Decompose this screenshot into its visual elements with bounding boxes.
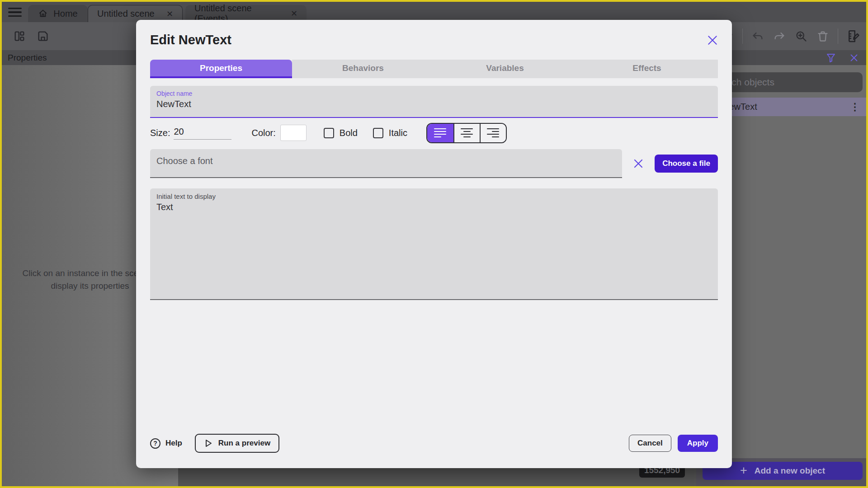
help-button[interactable]: ? Help <box>150 438 182 449</box>
align-left-button[interactable] <box>427 124 453 142</box>
tab-home[interactable]: Home <box>28 5 88 22</box>
help-label: Help <box>165 439 182 448</box>
object-name-input[interactable] <box>156 99 712 109</box>
cancel-button[interactable]: Cancel <box>629 435 671 452</box>
close-tab-icon[interactable]: ✕ <box>291 9 297 19</box>
bold-checkbox[interactable] <box>324 128 334 138</box>
tab-variables[interactable]: Variables <box>434 60 576 78</box>
properties-panel-title: Properties <box>8 53 47 63</box>
apply-button[interactable]: Apply <box>678 435 718 452</box>
tab-untitled-scene-label: Untitled scene <box>97 9 155 19</box>
help-icon: ? <box>150 438 160 449</box>
zoom-in-icon[interactable] <box>794 29 808 43</box>
toolbar-left-group <box>13 29 50 43</box>
home-icon <box>38 9 48 19</box>
clear-font-icon[interactable] <box>633 158 644 169</box>
toolbar-divider <box>838 28 838 44</box>
tab-home-label: Home <box>53 9 77 19</box>
italic-label: Italic <box>389 128 407 138</box>
close-tab-icon[interactable]: ✕ <box>166 9 173 19</box>
font-input[interactable] <box>156 156 616 166</box>
tab-effects[interactable]: Effects <box>576 60 718 78</box>
dialog-tabs: Properties Behaviors Variables Effects <box>150 60 718 78</box>
size-label: Size: <box>150 128 170 138</box>
plus-icon: + <box>740 464 747 478</box>
bold-label: Bold <box>340 128 358 138</box>
size-field <box>174 127 231 140</box>
italic-checkbox[interactable] <box>373 128 383 138</box>
open-panels-icon[interactable] <box>13 29 26 43</box>
run-preview-button[interactable]: Run a preview <box>195 434 279 453</box>
align-right-button[interactable] <box>480 124 506 142</box>
trash-icon[interactable] <box>816 29 830 43</box>
undo-icon[interactable] <box>751 29 764 43</box>
font-field[interactable] <box>150 149 622 178</box>
text-color-swatch[interactable] <box>280 125 307 141</box>
edit-object-dialog: Edit NewText Properties Behaviors Variab… <box>136 20 732 468</box>
close-panel-icon[interactable] <box>849 53 859 63</box>
size-input[interactable] <box>174 127 231 140</box>
initial-text-input[interactable]: Text <box>156 202 712 285</box>
font-row: Choose a file <box>150 149 718 178</box>
run-preview-label: Run a preview <box>218 439 270 448</box>
window-tab-bar: Home Untitled scene ✕ Untitled scene (Ev… <box>2 2 866 22</box>
app-window: Home Untitled scene ✕ Untitled scene (Ev… <box>0 0 868 488</box>
tab-properties[interactable]: Properties <box>150 60 292 78</box>
save-icon[interactable] <box>36 29 50 43</box>
play-icon <box>204 439 213 448</box>
redo-icon[interactable] <box>773 29 786 43</box>
text-alignment-group <box>426 123 507 143</box>
toolbar-divider <box>742 28 743 44</box>
choose-file-button[interactable]: Choose a file <box>655 155 718 173</box>
initial-text-field[interactable]: Initial text to display Text <box>150 188 718 300</box>
dialog-close-icon[interactable] <box>706 33 719 47</box>
dialog-title: Edit NewText <box>150 33 718 47</box>
object-name-field[interactable]: Object name <box>150 86 718 118</box>
tab-behaviors[interactable]: Behaviors <box>292 60 434 78</box>
object-name-field-label: Object name <box>156 90 712 97</box>
text-style-row: Size: Color: Bold Italic <box>150 122 718 143</box>
object-options-kebab-icon[interactable]: ⋮ <box>850 101 860 113</box>
main-menu-icon[interactable] <box>8 8 22 17</box>
filter-icon[interactable] <box>826 52 836 63</box>
color-label: Color: <box>251 128 275 138</box>
initial-text-label: Initial text to display <box>156 192 712 200</box>
edit-scene-events-icon[interactable] <box>846 29 860 43</box>
align-center-button[interactable] <box>453 124 480 142</box>
add-new-object-label: Add a new object <box>755 466 825 476</box>
dialog-actions: ? Help Run a preview Cancel Apply <box>150 434 718 453</box>
